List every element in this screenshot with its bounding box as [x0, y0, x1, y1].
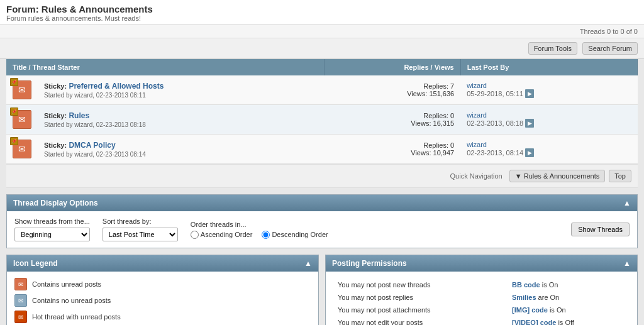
display-options-row: Show threads from the... Beginning Sort …	[14, 218, 630, 241]
views-count: Views: 151,636	[330, 90, 454, 97]
sort-by-select[interactable]: Last Post Time	[103, 228, 178, 241]
sticky-label: Sticky:	[44, 82, 67, 90]
show-from-group: Show threads from the... Beginning	[14, 218, 90, 241]
perm-code-cell: [VIDEO] code is Off	[509, 317, 628, 325]
perm-description: You may not edit your posts	[335, 317, 508, 325]
hot-unread-label: Hot thread with unread posts	[32, 313, 121, 321]
table-row: 📌 Sticky: Rules Started by wizard, 02-23…	[6, 105, 638, 135]
icon-legend-panel: Icon Legend ▲ ✉ Contains unread posts ✉ …	[6, 255, 319, 325]
thread-table: Title / Thread Starter Replies / Views L…	[6, 59, 638, 164]
thread-status-icon: 📌	[13, 80, 31, 99]
sticky-label: Sticky:	[44, 112, 67, 119]
permissions-header: Posting Permissions ▲	[326, 255, 637, 272]
permissions-title: Posting Permissions	[332, 259, 407, 268]
col-title: Title / Thread Starter	[6, 59, 324, 75]
sort-by-label: Sort threads by:	[103, 218, 178, 225]
perm-description: You may not post new threads	[335, 279, 508, 290]
section-gap	[6, 188, 638, 194]
replies-views-cell: Replies: 0 Views: 10,947	[324, 135, 460, 164]
search-forum-button[interactable]: Search Forum	[582, 42, 638, 55]
last-post-date-text: 05-29-2018, 05:11	[467, 90, 523, 97]
goto-post-arrow[interactable]: ▶	[525, 119, 534, 128]
thread-starter: Started by wizard, 02-23-2013 08:11	[44, 92, 318, 99]
read-label: Contains no unread posts	[32, 297, 111, 304]
quick-nav-label: Quick Navigation	[450, 172, 502, 180]
icon-legend-header: Icon Legend ▲	[7, 255, 318, 272]
descending-order-label[interactable]: Descending Order	[262, 231, 328, 239]
show-from-label: Show threads from the...	[14, 218, 90, 225]
perm-code-status: is On	[550, 306, 566, 314]
legend-body: ✉ Contains unread posts ✉ Contains no un…	[7, 272, 318, 325]
last-post-date: 05-29-2018, 05:11 ▶	[467, 89, 631, 98]
sticky-marker: 📌	[10, 78, 18, 86]
permission-row: You may not post attachments [IMG] code …	[335, 304, 628, 316]
order-label: Order threads in...	[191, 221, 328, 228]
posting-permissions-panel: Posting Permissions ▲ You may not post n…	[325, 255, 638, 325]
forum-tools-button[interactable]: Forum Tools	[528, 42, 577, 55]
last-post-user-link[interactable]: wizard	[467, 141, 631, 148]
legend-collapse-icon[interactable]: ▲	[304, 259, 312, 268]
options-collapse-icon[interactable]: ▲	[623, 199, 631, 207]
quick-nav-bar: Quick Navigation ▼ Rules & Announcements…	[6, 164, 638, 188]
thread-link[interactable]: Rules	[69, 111, 89, 120]
views-count: Views: 16,315	[330, 119, 454, 127]
hot-unread-icon: ✉	[14, 311, 27, 323]
sort-by-group: Sort threads by: Last Post Time	[103, 218, 178, 241]
thread-title-line: Sticky: Preferred & Allowed Hosts	[44, 82, 318, 91]
thread-title-cell: Sticky: Rules Started by wizard, 02-23-2…	[38, 105, 324, 135]
perm-code-name: BB code	[512, 281, 540, 289]
perm-code-name: Smilies	[512, 294, 536, 301]
goto-post-arrow[interactable]: ▶	[525, 148, 534, 157]
last-post-user-link[interactable]: wizard	[467, 82, 631, 89]
permissions-collapse-icon[interactable]: ▲	[623, 259, 631, 268]
last-post-user-link[interactable]: wizard	[467, 111, 631, 119]
thread-starter: Started by wizard, 02-23-2013 08:18	[44, 121, 318, 128]
perm-description: You may not post attachments	[335, 304, 508, 316]
last-post-date-text: 02-23-2013, 08:18	[467, 119, 523, 127]
perm-code-status: is On	[542, 281, 558, 289]
order-options: Ascending Order Descending Order	[191, 231, 328, 239]
options-panel-title: Thread Display Options	[13, 199, 98, 207]
thread-starter: Started by wizard, 02-23-2013 08:14	[44, 151, 318, 158]
permissions-table: You may not post new threads BB code is …	[333, 278, 630, 325]
ascending-order-label[interactable]: Ascending Order	[191, 231, 253, 239]
replies-views-cell: Replies: 7 Views: 151,636	[324, 75, 460, 105]
thread-icon-cell: 📌	[6, 135, 38, 164]
order-group: Order threads in... Ascending Order Desc…	[191, 221, 328, 239]
legend-item-unread: ✉ Contains unread posts	[14, 278, 311, 290]
thread-title-line: Sticky: DMCA Policy	[44, 141, 318, 150]
perm-description: You may not post replies	[335, 292, 508, 303]
thread-link[interactable]: Preferred & Allowed Hosts	[69, 82, 164, 91]
forum-description: Forum rules & announcements. Must reads!	[6, 14, 638, 22]
forum-header: Forum: Rules & Announcements Forum rules…	[0, 0, 644, 25]
perm-code-status: are On	[538, 294, 560, 301]
ascending-radio[interactable]	[191, 231, 199, 239]
thread-display-options-panel: Thread Display Options ▲ Show threads fr…	[6, 194, 638, 248]
icon-legend-title: Icon Legend	[13, 259, 58, 268]
perm-code-cell: BB code is On	[509, 279, 628, 290]
unread-icon: ✉	[14, 278, 27, 290]
views-count: Views: 10,947	[330, 149, 454, 157]
sticky-marker: 📌	[10, 107, 18, 116]
permission-row: You may not post replies Smilies are On	[335, 292, 628, 303]
sticky-label: Sticky:	[44, 141, 67, 149]
forum-title: Forum: Rules & Announcements	[6, 4, 638, 14]
last-post-date: 02-23-2013, 08:18 ▶	[467, 119, 631, 128]
permission-row: You may not post new threads BB code is …	[335, 279, 628, 290]
last-post-date: 02-23-2013, 08:14 ▶	[467, 148, 631, 157]
perm-code-status: is Off	[558, 319, 574, 325]
descending-radio[interactable]	[262, 231, 270, 239]
nav-section-button[interactable]: ▼ Rules & Announcements	[509, 170, 605, 182]
thread-title-line: Sticky: Rules	[44, 111, 318, 120]
replies-count: Replies: 0	[330, 112, 454, 119]
thread-link[interactable]: DMCA Policy	[69, 141, 115, 150]
perm-code-cell: Smilies are On	[509, 292, 628, 303]
options-panel-body: Show threads from the... Beginning Sort …	[7, 211, 637, 248]
forum-tools-bar: Forum Tools Search Forum	[0, 38, 644, 59]
show-from-select[interactable]: Beginning	[14, 228, 90, 241]
goto-post-arrow[interactable]: ▶	[525, 89, 534, 98]
last-post-cell: wizard 02-23-2013, 08:18 ▶	[460, 105, 637, 135]
show-threads-button[interactable]: Show Threads	[571, 223, 630, 236]
nav-top-button[interactable]: Top	[609, 170, 631, 182]
main-content: Title / Thread Starter Replies / Views L…	[0, 59, 644, 325]
